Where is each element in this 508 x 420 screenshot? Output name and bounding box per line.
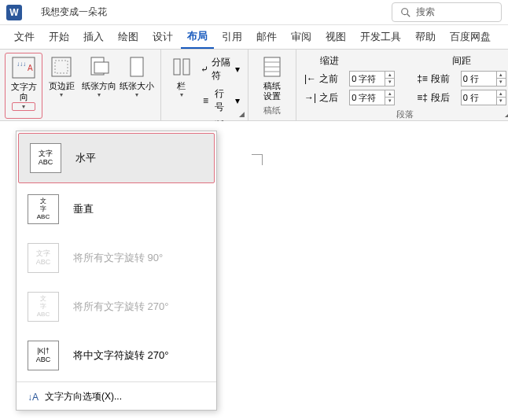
margins-label: 页边距: [49, 81, 75, 91]
indent-after-input[interactable]: ▴▾: [349, 90, 395, 105]
search-placeholder: 搜索: [416, 6, 435, 19]
orientation-label: 纸张方向: [82, 81, 116, 91]
spinner-up-icon[interactable]: ▴: [385, 90, 394, 98]
indent-after-value[interactable]: [350, 93, 385, 102]
group-page-setup: ↓↓↓A 文字方向 ▾ 页边距 ▾ 纸张方向 ▾ 纸张大小 ▾: [0, 50, 161, 120]
columns-icon: [169, 54, 194, 79]
svg-text:↓↓↓: ↓↓↓: [17, 61, 26, 68]
svg-rect-11: [183, 59, 190, 75]
spacing-heading: 间距: [417, 54, 506, 68]
ribbon: ↓↓↓A 文字方向 ▾ 页边距 ▾ 纸张方向 ▾ 纸张大小 ▾ 栏 ▾: [0, 49, 508, 121]
title-bar: W 我想变成一朵花 搜索: [0, 0, 508, 25]
spinner-up-icon[interactable]: ▴: [496, 90, 506, 98]
indent-left-icon: |←: [304, 73, 316, 84]
space-after-value[interactable]: [462, 93, 496, 102]
size-button[interactable]: 纸张大小 ▾: [118, 53, 156, 119]
hyphenation-label: 断字: [215, 119, 232, 121]
paragraph-launcher[interactable]: ◢: [503, 109, 508, 119]
tab-draw[interactable]: 绘图: [112, 26, 145, 48]
size-label: 纸张大小: [120, 81, 154, 91]
tab-mailings[interactable]: 邮件: [250, 26, 283, 48]
svg-text:A: A: [28, 64, 33, 72]
document-title: 我想变成一朵花: [41, 6, 107, 19]
indent-right-icon: →|: [304, 92, 316, 103]
spinner-down-icon[interactable]: ▾: [496, 79, 506, 86]
columns-button[interactable]: 栏 ▾: [166, 53, 197, 119]
chevron-down-icon: ▾: [12, 102, 35, 111]
indent-heading: 缩进: [304, 54, 395, 68]
spinner-up-icon[interactable]: ▴: [385, 72, 394, 79]
svg-rect-9: [131, 57, 143, 76]
svg-rect-10: [174, 59, 180, 75]
manuscript-group-label: 稿纸: [253, 103, 291, 118]
tab-file[interactable]: 文件: [8, 26, 41, 48]
tab-developer[interactable]: 开发工具: [354, 26, 407, 48]
tab-home[interactable]: 开始: [42, 26, 75, 48]
spinner-down-icon[interactable]: ▾: [385, 98, 394, 105]
tab-help[interactable]: 帮助: [409, 26, 442, 48]
indent-before-input[interactable]: ▴▾: [349, 71, 395, 87]
tab-view[interactable]: 视图: [319, 26, 352, 48]
spinner-up-icon[interactable]: ▴: [496, 72, 506, 79]
manuscript-label: 稿纸 设置: [263, 81, 281, 101]
chevron-down-icon: ▾: [235, 64, 240, 75]
space-before-label: 段前: [431, 72, 458, 86]
chevron-down-icon: ▾: [60, 91, 63, 98]
text-direction-label: 文字方向: [7, 82, 40, 102]
word-app-icon: W: [6, 5, 22, 20]
manuscript-button[interactable]: 稿纸 设置: [253, 53, 291, 103]
chevron-down-icon: ▾: [180, 91, 183, 98]
breaks-label: 分隔符: [212, 56, 232, 83]
breaks-button[interactable]: ⤶ 分隔符 ▾: [197, 54, 243, 84]
ribbon-tabs: 文件 开始 插入 绘图 设计 布局 引用 邮件 审阅 视图 开发工具 帮助 百度…: [0, 25, 508, 49]
group-manuscript: 稿纸 设置 稿纸: [248, 50, 296, 120]
size-icon: [124, 54, 149, 79]
tab-design[interactable]: 设计: [146, 26, 179, 48]
spacing-section: 间距 ‡≡ 段前 ▴▾ ≡‡ 段后 ▴▾: [414, 53, 508, 107]
space-after-label: 段后: [431, 91, 458, 105]
margins-button[interactable]: 页边距 ▾: [42, 53, 80, 119]
spinner-down-icon[interactable]: ▾: [496, 98, 506, 105]
margins-icon: [49, 54, 74, 79]
space-after-icon: ≡‡: [417, 92, 428, 103]
line-numbers-label: 行号: [215, 87, 232, 114]
search-icon: [400, 7, 411, 18]
text-direction-icon: ↓↓↓A: [11, 55, 36, 80]
tab-layout[interactable]: 布局: [181, 25, 214, 49]
orientation-button[interactable]: 纸张方向 ▾: [80, 53, 118, 119]
tab-references[interactable]: 引用: [215, 26, 248, 48]
indent-after-label: 之后: [319, 91, 346, 105]
svg-point-0: [402, 8, 408, 14]
indent-before-label: 之前: [319, 72, 346, 86]
chevron-down-icon: ▾: [135, 91, 138, 98]
spinner-down-icon[interactable]: ▾: [385, 79, 394, 86]
group-paragraph: 缩进 |← 之前 ▴▾ →| 之后 ▴▾: [296, 50, 508, 120]
paragraph-group-label: 段落: [301, 107, 508, 121]
manuscript-icon: [260, 54, 285, 79]
svg-line-1: [407, 13, 410, 17]
breaks-icon: ⤶: [200, 63, 208, 76]
columns-label: 栏: [177, 81, 186, 91]
svg-rect-6: [55, 61, 68, 73]
chevron-down-icon: ▾: [98, 91, 101, 98]
tab-review[interactable]: 审阅: [285, 26, 318, 48]
group-columns: 栏 ▾ ⤶ 分隔符 ▾ ≡ 行号 ▾ bc- 断字 ▾ ◢: [161, 50, 248, 120]
tab-baidu[interactable]: 百度网盘: [444, 26, 497, 48]
space-after-input[interactable]: ▴▾: [461, 90, 506, 105]
indent-before-value[interactable]: [350, 74, 385, 83]
space-before-input[interactable]: ▴▾: [461, 71, 506, 87]
orientation-icon: [87, 54, 112, 79]
space-before-value[interactable]: [462, 74, 496, 83]
search-box[interactable]: 搜索: [392, 2, 502, 22]
line-numbers-icon: ≡: [200, 94, 212, 107]
indent-section: 缩进 |← 之前 ▴▾ →| 之后 ▴▾: [301, 53, 398, 107]
tab-insert[interactable]: 插入: [77, 26, 110, 48]
svg-rect-8: [94, 62, 109, 73]
space-before-icon: ‡≡: [417, 73, 428, 84]
text-direction-button[interactable]: ↓↓↓A 文字方向 ▾: [5, 53, 42, 119]
chevron-down-icon: ▾: [235, 95, 240, 106]
page-setup-launcher[interactable]: ◢: [237, 109, 246, 119]
